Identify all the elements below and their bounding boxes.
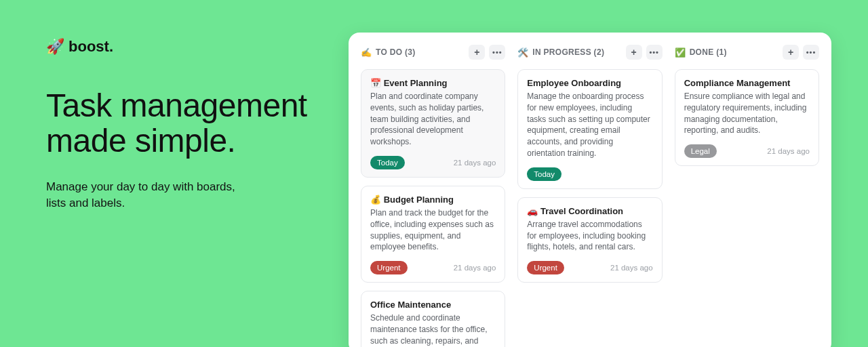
column-title: DONE (1) bbox=[690, 47, 727, 57]
card-emoji-icon: 📅 bbox=[370, 78, 384, 88]
card-footer: Today21 days ago bbox=[370, 156, 496, 169]
column-emoji-icon: ✅ bbox=[675, 47, 686, 58]
task-card[interactable]: Employee OnboardingManage the onboarding… bbox=[517, 69, 662, 189]
card-footer: Today bbox=[527, 167, 652, 181]
card-title: Compliance Management bbox=[684, 78, 810, 88]
task-card[interactable]: 💰 Budget PlanningPlan and track the budg… bbox=[361, 186, 505, 283]
card-emoji-icon: 💰 bbox=[370, 195, 384, 205]
brand: 🚀 boost. bbox=[46, 38, 317, 56]
card-title-text: Event Planning bbox=[384, 78, 448, 88]
card-title: 💰 Budget Planning bbox=[370, 195, 496, 205]
column-header: 🛠️IN PROGRESS (2)+••• bbox=[517, 45, 662, 60]
card-title-text: Budget Planning bbox=[384, 195, 454, 205]
column-emoji-icon: ✍️ bbox=[361, 47, 372, 58]
column-header: ✍️TO DO (3)+••• bbox=[361, 45, 505, 60]
column-menu-button[interactable]: ••• bbox=[646, 45, 663, 60]
brand-text: boost. bbox=[68, 38, 113, 56]
add-card-button[interactable]: + bbox=[626, 45, 642, 60]
card-description: Schedule and coordinate maintenance task… bbox=[370, 312, 496, 347]
card-description: Plan and coordinate company events, such… bbox=[370, 91, 496, 148]
column-menu-button[interactable]: ••• bbox=[803, 45, 819, 60]
task-card[interactable]: Compliance ManagementEnsure compliance w… bbox=[675, 69, 819, 166]
task-card[interactable]: 🚗 Travel CoordinationArrange travel acco… bbox=[517, 197, 662, 283]
tag-pill[interactable]: Urgent bbox=[527, 261, 564, 274]
tag-pill[interactable]: Today bbox=[370, 156, 405, 169]
card-description: Plan and track the budget for the office… bbox=[370, 207, 496, 253]
task-card[interactable]: Office MaintenanceSchedule and coordinat… bbox=[361, 291, 505, 347]
add-card-button[interactable]: + bbox=[469, 45, 485, 60]
card-age: 21 days ago bbox=[610, 264, 653, 272]
add-card-button[interactable]: + bbox=[783, 45, 799, 60]
column-2: ✅DONE (1)+•••Compliance ManagementEnsure… bbox=[675, 45, 819, 347]
card-title: Office Maintenance bbox=[370, 300, 496, 310]
card-description: Manage the onboarding process for new em… bbox=[527, 91, 652, 159]
rocket-icon: 🚀 bbox=[46, 38, 64, 56]
card-title: 📅 Event Planning bbox=[370, 78, 496, 88]
column-title: IN PROGRESS (2) bbox=[532, 47, 604, 57]
card-title: 🚗 Travel Coordination bbox=[527, 206, 652, 216]
card-age: 21 days ago bbox=[454, 264, 496, 272]
card-footer: Urgent21 days ago bbox=[527, 261, 652, 274]
card-footer: Legal21 days ago bbox=[684, 144, 810, 158]
card-description: Arrange travel accommodations for employ… bbox=[527, 219, 652, 253]
tag-pill[interactable]: Legal bbox=[684, 144, 717, 158]
tag-pill[interactable]: Urgent bbox=[370, 261, 408, 274]
card-title-text: Office Maintenance bbox=[370, 300, 451, 310]
card-title-text: Travel Coordination bbox=[540, 206, 623, 216]
column-1: 🛠️IN PROGRESS (2)+•••Employee Onboarding… bbox=[517, 45, 662, 347]
card-age: 21 days ago bbox=[454, 159, 496, 167]
card-description: Ensure compliance with legal and regulat… bbox=[684, 91, 810, 136]
card-title-text: Employee Onboarding bbox=[527, 78, 621, 88]
card-title: Employee Onboarding bbox=[527, 78, 652, 88]
card-age: 21 days ago bbox=[767, 147, 810, 155]
card-emoji-icon: 🚗 bbox=[527, 206, 540, 216]
hero-title: Task management made simple. bbox=[46, 88, 317, 159]
tag-pill[interactable]: Today bbox=[527, 167, 561, 181]
hero-subtitle: Manage your day to day with boards, list… bbox=[46, 179, 250, 212]
task-card[interactable]: 📅 Event PlanningPlan and coordinate comp… bbox=[361, 69, 505, 178]
column-emoji-icon: 🛠️ bbox=[517, 47, 528, 58]
column-header: ✅DONE (1)+••• bbox=[675, 45, 819, 60]
column-0: ✍️TO DO (3)+•••📅 Event PlanningPlan and … bbox=[361, 45, 505, 347]
column-menu-button[interactable]: ••• bbox=[489, 45, 505, 60]
card-footer: Urgent21 days ago bbox=[370, 261, 496, 274]
kanban-board: ✍️TO DO (3)+•••📅 Event PlanningPlan and … bbox=[349, 33, 831, 347]
card-title-text: Compliance Management bbox=[684, 78, 791, 88]
column-title: TO DO (3) bbox=[376, 47, 415, 57]
